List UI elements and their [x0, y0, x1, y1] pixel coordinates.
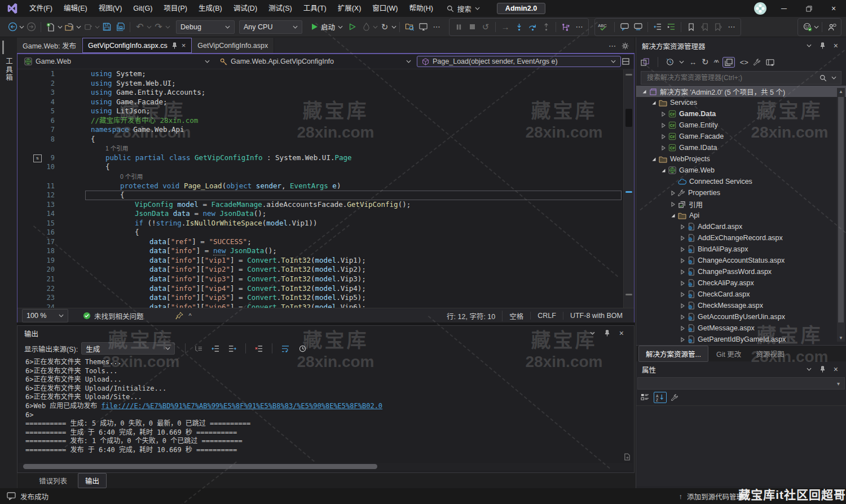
- chevron-down-icon[interactable]: [679, 60, 684, 64]
- menu-item[interactable]: 窗口(W): [367, 0, 403, 17]
- output-link[interactable]: file:///E:/%E7%BD%91%E7%AB%99%E5%8F%91%E…: [102, 402, 383, 410]
- close-icon[interactable]: ×: [834, 365, 838, 374]
- tree-row[interactable]: Connected Services: [636, 176, 846, 187]
- new-file-button[interactable]: [45, 20, 57, 34]
- property-pages-wrench-icon[interactable]: [671, 394, 678, 401]
- menu-item[interactable]: 扩展(X): [332, 0, 367, 17]
- timestamp-button[interactable]: [296, 341, 309, 356]
- line-number[interactable]: 16: [28, 228, 55, 237]
- pin-icon[interactable]: [819, 366, 826, 373]
- line-number[interactable]: 24: [28, 303, 55, 308]
- expand-arrow-icon[interactable]: [679, 303, 686, 308]
- menu-item[interactable]: 项目(P): [158, 0, 193, 17]
- tree-row[interactable]: ChangePassWord.aspx: [636, 266, 846, 277]
- tree-row[interactable]: C#Game.Facade: [636, 131, 846, 142]
- refresh-icon[interactable]: ↻: [702, 57, 709, 67]
- toolbox-tab[interactable]: 工具箱: [3, 58, 14, 82]
- issues-label[interactable]: 未找到相关问题: [94, 311, 144, 321]
- preview-selected-items-icon[interactable]: [766, 59, 774, 66]
- line-number[interactable]: 14: [28, 209, 55, 219]
- code-cleanup-expander[interactable]: ^: [189, 312, 192, 319]
- avatar[interactable]: [749, 2, 772, 15]
- solution-search-box[interactable]: [641, 71, 841, 85]
- menu-item[interactable]: 编辑(E): [58, 0, 93, 17]
- solution-search-input[interactable]: [646, 73, 819, 82]
- live-visual-tree-button[interactable]: [417, 20, 429, 34]
- tree-row[interactable]: C#Game.Entity: [636, 120, 846, 131]
- properties-wrench-icon[interactable]: [754, 59, 761, 66]
- caret-position-label[interactable]: 行: 12, 字符: 10: [440, 311, 502, 321]
- tree-row[interactable]: CheckMessage.aspx: [636, 300, 846, 311]
- expand-arrow-icon[interactable]: [669, 202, 677, 207]
- line-number[interactable]: 3: [28, 88, 55, 98]
- editor-overflow-button[interactable]: ⋯: [725, 20, 738, 34]
- encoding-label[interactable]: UTF-8 with BOM: [563, 312, 629, 320]
- line-number[interactable]: 12: [28, 191, 55, 200]
- tree-scrollbar[interactable]: ▲ ▼: [837, 88, 845, 342]
- bottom-panel-tab[interactable]: 错误列表: [32, 473, 74, 488]
- close-icon[interactable]: ×: [834, 41, 838, 50]
- collapse-arrow-icon[interactable]: [650, 100, 658, 105]
- collapse-arrow-icon[interactable]: [660, 168, 667, 173]
- expand-arrow-icon[interactable]: [679, 315, 686, 320]
- next-bookmark-button[interactable]: [712, 20, 724, 34]
- pause-button[interactable]: [452, 20, 465, 34]
- navigation-dropdown[interactable]: Game.Web: [20, 56, 214, 67]
- output-log[interactable]: 6>正在发布文件夹 Themes...6>正在发布文件夹 Tools...6>正…: [17, 356, 634, 463]
- scroll-down-arrow[interactable]: ▼: [837, 335, 845, 341]
- tree-row[interactable]: ChangeAccountStatus.aspx: [636, 255, 846, 266]
- find-in-files-button[interactable]: [403, 20, 416, 34]
- line-number[interactable]: 19: [28, 256, 55, 266]
- close-button[interactable]: ×: [821, 0, 846, 17]
- editor-settings-gear-icon[interactable]: [622, 42, 629, 50]
- back-button[interactable]: [6, 20, 19, 34]
- line-number[interactable]: 21: [28, 275, 55, 284]
- tool-window-tab[interactable]: 资源视图: [749, 346, 791, 361]
- show-next-statement-button[interactable]: →: [499, 20, 512, 34]
- navigation-dropdown[interactable]: Page_Load(object sender, EventArgs e): [417, 56, 621, 67]
- expand-arrow-icon[interactable]: [679, 326, 686, 331]
- configuration-select[interactable]: Debug: [176, 20, 235, 34]
- solution-name-badge[interactable]: Admin2.0: [497, 3, 545, 14]
- pin-icon[interactable]: [171, 42, 178, 49]
- switch-views-icon[interactable]: [641, 58, 650, 66]
- pin-icon[interactable]: [819, 42, 826, 49]
- chevron-down-icon[interactable]: [58, 25, 63, 29]
- zoom-select[interactable]: 100 %: [22, 309, 68, 322]
- view-code-icon[interactable]: <>: [740, 58, 748, 67]
- save-button[interactable]: [100, 20, 113, 34]
- goto-message-button[interactable]: [192, 341, 205, 356]
- tree-row[interactable]: WebProjects: [636, 153, 846, 165]
- feedback-button[interactable]: [801, 20, 813, 34]
- output-source-select[interactable]: 生成: [81, 342, 175, 355]
- chevron-down-icon[interactable]: [19, 25, 24, 29]
- indentation-label[interactable]: 空格: [502, 311, 530, 321]
- menu-item[interactable]: 测试(S): [263, 0, 298, 17]
- expand-arrow-icon[interactable]: [660, 134, 667, 139]
- line-number[interactable]: 2: [28, 79, 55, 89]
- spell-check-button[interactable]: ABC: [598, 20, 611, 34]
- document-tab[interactable]: GetVipConfigInfo.aspx: [192, 38, 274, 53]
- bottom-panel-tab[interactable]: 输出: [78, 473, 107, 488]
- tree-row[interactable]: AddExChangeRecord.aspx: [636, 232, 846, 244]
- tree-row[interactable]: BindAliPay.aspx: [636, 244, 846, 255]
- source-control-status[interactable]: ↑ 添加到源代码管理: [678, 491, 743, 502]
- expand-arrow-icon[interactable]: [679, 247, 686, 252]
- collapse-arrow-icon[interactable]: [650, 157, 658, 162]
- tree-row[interactable]: CheckAliPay.aspx: [636, 277, 846, 289]
- tool-window-tab[interactable]: Git 更改: [710, 346, 748, 361]
- chevron-down-icon[interactable]: [76, 25, 81, 29]
- line-number[interactable]: 13: [28, 200, 55, 210]
- expand-arrow-icon[interactable]: [669, 191, 677, 196]
- line-number[interactable]: 23: [28, 293, 55, 303]
- line-number[interactable]: 1: [28, 69, 55, 79]
- scroll-to-end-icon[interactable]: [624, 453, 631, 461]
- previous-bookmark-button[interactable]: [698, 20, 711, 34]
- scroll-up-arrow[interactable]: ▲: [837, 89, 845, 94]
- line-number[interactable]: 15: [28, 219, 55, 228]
- live-share-button[interactable]: [826, 20, 838, 34]
- line-number[interactable]: 6: [28, 116, 55, 126]
- expand-arrow-icon[interactable]: [679, 224, 686, 229]
- step-into-button[interactable]: [513, 20, 525, 34]
- expand-arrow-icon[interactable]: [679, 258, 686, 263]
